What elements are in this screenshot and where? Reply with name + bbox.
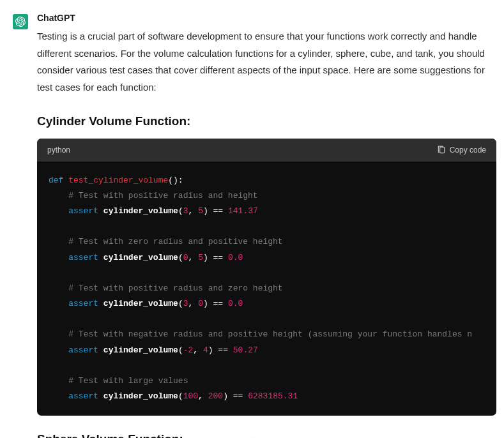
code-content[interactable]: def test_cylinder_volume(): # Test with … [37, 162, 496, 416]
section-heading-cylinder: Cylinder Volume Function: [37, 114, 496, 128]
chatgpt-logo-icon [15, 17, 26, 27]
author-name: ChatGPT [37, 13, 496, 23]
copy-code-label: Copy code [450, 146, 486, 155]
svg-rect-0 [439, 147, 444, 153]
assistant-message: ChatGPT Testing is a crucial part of sof… [13, 13, 496, 438]
clipboard-icon [437, 146, 446, 155]
code-language-label: python [47, 146, 70, 155]
copy-code-button[interactable]: Copy code [437, 146, 486, 155]
section-heading-sphere: Sphere Volume Function: [37, 432, 496, 438]
message-content: ChatGPT Testing is a crucial part of sof… [37, 13, 496, 438]
code-header: python Copy code [37, 139, 496, 162]
code-block: python Copy code def test_cylinder_volum… [37, 139, 496, 416]
intro-paragraph: Testing is a crucial part of software de… [37, 28, 496, 96]
assistant-avatar [13, 14, 28, 29]
